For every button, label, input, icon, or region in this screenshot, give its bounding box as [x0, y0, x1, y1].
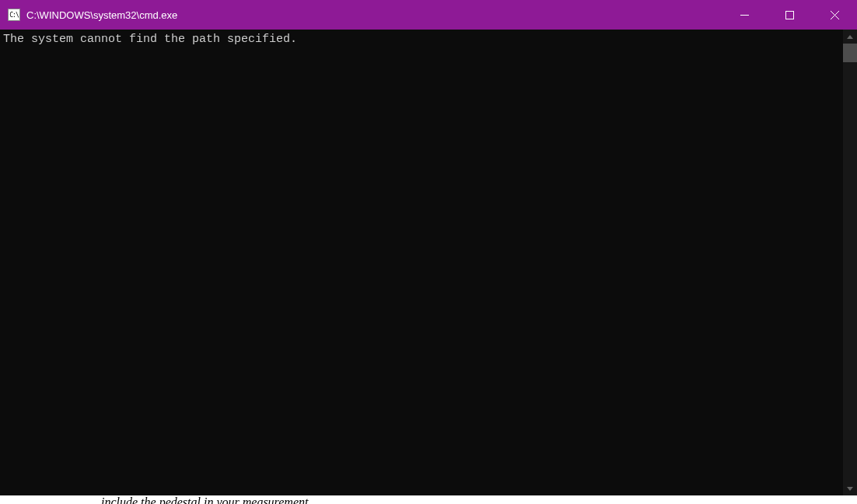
content-area: The system cannot find the path specifie… — [0, 30, 857, 495]
close-button[interactable] — [812, 0, 857, 30]
maximize-button[interactable] — [767, 0, 812, 30]
chevron-up-icon — [847, 35, 853, 39]
scroll-track[interactable] — [843, 44, 857, 481]
titlebar[interactable]: C:\ C:\WINDOWS\system32\cmd.exe — [0, 0, 857, 30]
scroll-down-button[interactable] — [843, 481, 857, 495]
close-icon — [831, 11, 839, 19]
cmd-window: C:\ C:\WINDOWS\system32\cmd.exe The — [0, 0, 857, 495]
background-document-fragment: include the pedestal in your measurement — [39, 495, 817, 504]
scroll-thumb[interactable] — [843, 44, 857, 62]
vertical-scrollbar[interactable] — [843, 30, 857, 495]
svg-rect-1 — [785, 11, 793, 19]
minimize-icon — [740, 11, 749, 19]
chevron-down-icon — [847, 487, 853, 491]
window-title: C:\WINDOWS\system32\cmd.exe — [26, 9, 722, 21]
minimize-button[interactable] — [722, 0, 767, 30]
maximize-icon — [785, 11, 794, 19]
cmd-icon: C:\ — [8, 9, 20, 21]
window-controls — [722, 0, 857, 30]
terminal-output[interactable]: The system cannot find the path specifie… — [0, 30, 843, 495]
scroll-up-button[interactable] — [843, 30, 857, 44]
